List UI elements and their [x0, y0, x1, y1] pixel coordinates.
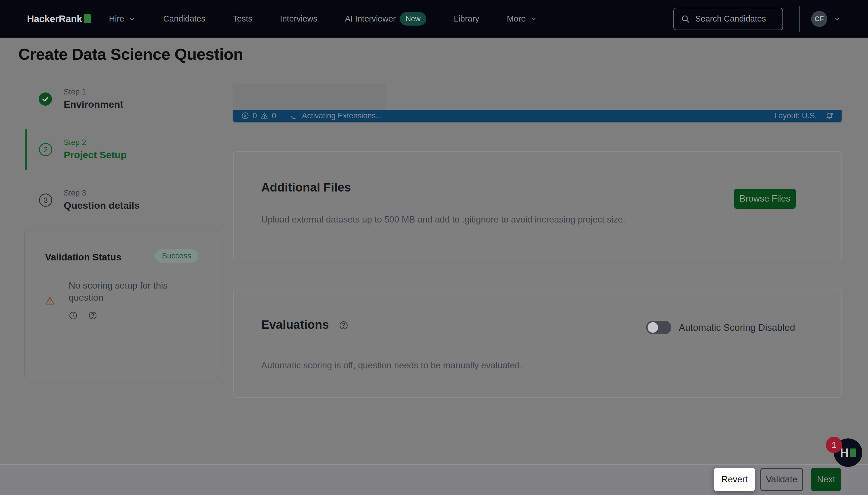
keyboard-layout-status[interactable]: Layout: U.S. — [774, 112, 817, 120]
error-count: 0 — [253, 112, 257, 120]
top-navbar: HackerRank Hire Candidates Tests Intervi… — [0, 0, 868, 38]
warnings-icon — [260, 112, 268, 120]
warning-triangle-icon — [45, 296, 55, 306]
notifications-bell-icon[interactable] — [825, 112, 834, 120]
step-label: Step 2 — [64, 138, 126, 147]
nav-item-label: Library — [454, 14, 479, 23]
nav-item-hire[interactable]: Hire — [109, 14, 136, 23]
nav-item-tests[interactable]: Tests — [233, 14, 252, 23]
automatic-scoring-toggle-row: Automatic Scoring Disabled — [646, 321, 795, 334]
step-1-completed-check-icon[interactable] — [39, 92, 52, 106]
avatar-chevron-down-icon[interactable] — [834, 15, 841, 23]
step-number: 2 — [44, 145, 48, 154]
step-label: Step 3 — [64, 189, 140, 198]
page-title: Create Data Science Question — [18, 45, 243, 64]
problems-indicator[interactable]: 0 0 — [241, 112, 276, 120]
info-icon[interactable] — [69, 311, 78, 320]
search-icon — [681, 14, 690, 23]
search-label: Search Candidates — [695, 14, 766, 23]
notification-count-badge[interactable]: 1 — [826, 437, 842, 453]
evaluations-help-icon[interactable] — [339, 321, 348, 330]
step-name: Project Setup — [64, 149, 126, 160]
nav-item-label: Hire — [109, 14, 124, 23]
browse-files-button[interactable]: Browse Files — [734, 189, 796, 209]
footer-action-bar: Revert Validate Next — [0, 464, 868, 495]
nav-item-label: Tests — [233, 14, 252, 23]
errors-icon — [241, 112, 249, 120]
nav-item-library[interactable]: Library — [454, 14, 479, 23]
activating-label: Activating Extensions... — [302, 112, 382, 120]
next-button[interactable]: Next — [811, 468, 841, 491]
navbar-right: Search Candidates CF — [673, 6, 841, 32]
nav-item-label: Candidates — [163, 14, 206, 23]
automatic-scoring-toggle[interactable] — [646, 321, 671, 334]
step-name: Question details — [64, 200, 140, 211]
nav-item-label: More — [507, 14, 526, 23]
validation-mini-icons — [69, 311, 180, 320]
spinner-icon — [290, 112, 298, 120]
validate-button[interactable]: Validate — [760, 468, 803, 491]
widget-logo-green-block-icon — [850, 448, 856, 457]
additional-files-card: Additional Files Upload external dataset… — [233, 151, 841, 260]
logo-green-block-icon — [84, 14, 91, 23]
logo-text: HackerRank — [27, 13, 82, 24]
active-step-indicator — [25, 129, 27, 170]
nav-menu: Hire Candidates Tests Interviews AI Inte… — [109, 12, 537, 25]
evaluations-description: Automatic scoring is off, question needs… — [261, 360, 522, 371]
chevron-down-icon — [128, 15, 136, 23]
nav-item-interviews[interactable]: Interviews — [280, 14, 317, 23]
activating-extensions-status: Activating Extensions... — [290, 112, 382, 120]
statusbar-right: Layout: U.S. — [774, 112, 834, 120]
divider — [799, 6, 800, 32]
step-1-environment[interactable]: Step 1 Environment — [64, 88, 123, 110]
nav-item-more[interactable]: More — [507, 14, 537, 23]
ide-editor-panel-fragment — [233, 84, 386, 110]
user-avatar[interactable]: CF — [811, 11, 827, 27]
automatic-scoring-toggle-label: Automatic Scoring Disabled — [679, 322, 795, 333]
evaluations-card: Evaluations Automatic Scoring Disabled A… — [233, 289, 841, 398]
validation-message-row: No scoring setup for this question — [45, 279, 180, 320]
validation-title: Validation Status — [45, 252, 121, 263]
step-number: 3 — [44, 196, 48, 205]
step-name: Environment — [64, 99, 123, 110]
step-3-question-details[interactable]: Step 3 Question details — [64, 189, 140, 211]
evaluations-title: Evaluations — [261, 318, 329, 331]
additional-files-title: Additional Files — [261, 181, 351, 194]
nav-item-label: AI Interviewer — [345, 14, 396, 23]
additional-files-description: Upload external datasets up to 500 MB an… — [261, 215, 625, 225]
step-label: Step 1 — [64, 88, 123, 97]
step-2-project-setup[interactable]: Step 2 Project Setup — [64, 138, 126, 160]
evaluations-heading-row: Evaluations — [261, 318, 348, 331]
revert-button[interactable]: Revert — [714, 468, 755, 491]
nav-item-ai-interviewer[interactable]: AI Interviewer New — [345, 12, 426, 25]
hackerrank-logo[interactable]: HackerRank — [27, 13, 91, 24]
search-candidates-button[interactable]: Search Candidates — [673, 8, 783, 30]
warning-count: 0 — [272, 112, 276, 120]
toggle-knob — [647, 322, 658, 333]
nav-item-label: Interviews — [280, 14, 317, 23]
step-3-number-circle[interactable]: 3 — [39, 193, 52, 207]
validation-status-card: Validation Status Success No scoring set… — [24, 231, 219, 377]
validation-success-badge: Success — [155, 249, 198, 263]
ide-statusbar: 0 0 Activating Extensions... Layout: U.S… — [233, 110, 841, 122]
new-badge: New — [400, 12, 426, 25]
help-icon[interactable] — [88, 311, 97, 320]
chevron-down-icon — [530, 15, 537, 23]
nav-item-candidates[interactable]: Candidates — [163, 14, 206, 23]
step-2-number-circle[interactable]: 2 — [39, 143, 52, 156]
validation-message: No scoring setup for this question — [69, 279, 180, 304]
